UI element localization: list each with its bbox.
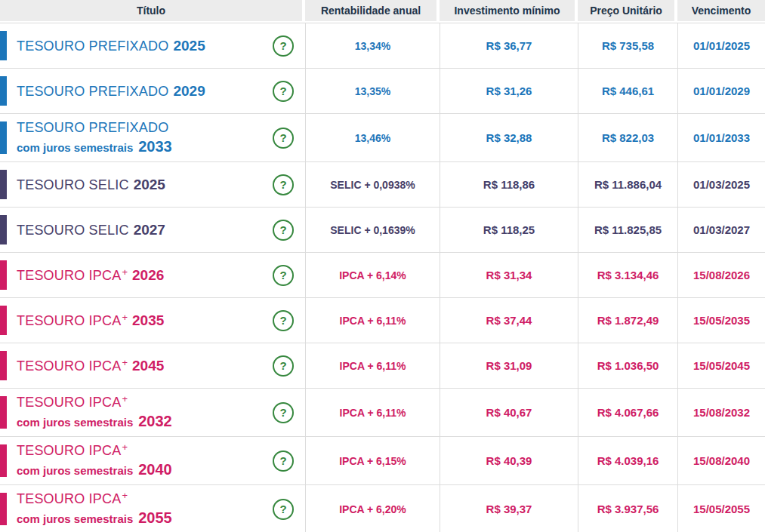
bond-title-line1: TESOURO SELIC2025 xyxy=(17,176,165,194)
bond-title-line1: TESOURO PREFIXADO xyxy=(17,119,172,137)
help-question-icon[interactable]: ? xyxy=(273,35,294,57)
bond-annual-rate: IPCA + 6,15% xyxy=(305,437,440,484)
help-question-icon[interactable]: ? xyxy=(273,81,294,102)
bond-title: TESOURO PREFIXADO2025 xyxy=(17,37,205,55)
bond-title-line1: TESOURO PREFIXADO2025 xyxy=(17,37,205,55)
col-header-titulo: Título xyxy=(0,0,305,21)
bond-min-investment: R$ 40,39 xyxy=(440,437,578,484)
help-question-icon[interactable]: ? xyxy=(273,220,294,241)
bond-name: TESOURO PREFIXADO xyxy=(17,120,168,135)
bond-annual-rate: SELIC + 0,0938% xyxy=(305,162,440,207)
bond-maturity-date: 01/03/2027 xyxy=(677,208,765,252)
bond-title-line1: TESOURO IPCA+ xyxy=(17,394,172,411)
bond-subtitle-text: com juros semestrais xyxy=(17,512,133,525)
help-question-icon[interactable]: ? xyxy=(273,451,294,472)
bond-name: TESOURO SELIC xyxy=(17,177,129,192)
bond-title-line1: TESOURO IPCA+ xyxy=(17,490,172,508)
bond-title: TESOURO PREFIXADO com juros semestrais20… xyxy=(17,119,172,156)
bond-subtitle-text: com juros semestrais xyxy=(17,464,133,477)
bond-maturity-date: 15/05/2045 xyxy=(677,343,765,388)
bond-maturity-date: 15/05/2055 xyxy=(677,485,765,532)
bond-color-bar xyxy=(0,493,7,525)
bond-min-investment: R$ 32,88 xyxy=(440,114,578,161)
bond-subtitle-year: 2040 xyxy=(138,461,172,478)
bond-title-line1: TESOURO IPCA+2026 xyxy=(17,266,164,284)
bond-year: 2027 xyxy=(134,222,165,238)
col-header-investimento-minimo: Investimento mínimo xyxy=(440,0,578,21)
bond-unit-price: R$ 822,03 xyxy=(578,114,677,161)
bond-annual-rate: IPCA + 6,11% xyxy=(305,343,440,388)
help-question-icon[interactable]: ? xyxy=(273,174,294,195)
bond-min-investment: R$ 37,44 xyxy=(440,298,578,343)
bond-annual-rate: 13,35% xyxy=(305,69,440,113)
bond-plus-superscript: + xyxy=(122,312,128,323)
bond-row[interactable]: TESOURO PREFIXADO2029 ? 13,35% R$ 31,26 … xyxy=(0,68,765,113)
bond-title-line2: com juros semestrais2033 xyxy=(17,137,172,156)
help-question-icon[interactable]: ? xyxy=(273,499,294,520)
help-question-icon[interactable]: ? xyxy=(273,310,294,331)
bond-row[interactable]: TESOURO IPCA+ com juros semestrais2040 ?… xyxy=(0,436,765,484)
bond-subtitle-year: 2055 xyxy=(138,509,172,526)
bond-unit-price: R$ 3.937,56 xyxy=(578,485,677,532)
bond-year: 2035 xyxy=(132,312,164,328)
bond-min-investment: R$ 39,37 xyxy=(440,485,578,532)
bond-title: TESOURO IPCA+2045 xyxy=(17,357,164,375)
bond-title-cell: TESOURO IPCA+2026 ? xyxy=(0,253,305,297)
bond-name: TESOURO IPCA xyxy=(17,491,121,506)
bond-name: TESOURO IPCA xyxy=(17,395,121,410)
bond-title-line2: com juros semestrais2032 xyxy=(17,412,172,431)
help-question-icon[interactable]: ? xyxy=(273,355,294,377)
bond-title-cell: TESOURO PREFIXADO com juros semestrais20… xyxy=(0,114,305,161)
bond-name: TESOURO PREFIXADO xyxy=(17,38,168,54)
bond-maturity-date: 01/01/2029 xyxy=(677,69,765,113)
bond-unit-price: R$ 11.825,85 xyxy=(578,208,677,252)
bond-min-investment: R$ 36,77 xyxy=(440,23,578,68)
bond-title-cell: TESOURO IPCA+ com juros semestrais2040 ? xyxy=(0,437,305,484)
bond-row[interactable]: TESOURO IPCA+ com juros semestrais2032 ?… xyxy=(0,388,765,436)
bond-plus-superscript: + xyxy=(122,357,128,368)
bond-min-investment: R$ 31,26 xyxy=(440,69,578,113)
bond-color-bar xyxy=(0,31,7,60)
bond-title: TESOURO PREFIXADO2029 xyxy=(17,82,205,100)
bond-name: TESOURO IPCA xyxy=(17,268,121,283)
bond-year: 2029 xyxy=(173,83,205,99)
bond-unit-price: R$ 3.134,46 xyxy=(578,253,677,297)
table-header: Título Rentabilidade anual Investimento … xyxy=(0,0,765,21)
bond-row[interactable]: TESOURO IPCA+ com juros semestrais2055 ?… xyxy=(0,484,765,532)
bond-year: 2025 xyxy=(134,177,165,192)
bond-maturity-date: 15/08/2040 xyxy=(677,437,765,484)
bond-year: 2026 xyxy=(132,267,164,283)
bond-title-cell: TESOURO IPCA+2035 ? xyxy=(0,298,305,343)
bond-row[interactable]: TESOURO SELIC2025 ? SELIC + 0,0938% R$ 1… xyxy=(0,161,765,207)
bond-title-line2: com juros semestrais2055 xyxy=(17,509,172,527)
bond-title: TESOURO SELIC2027 xyxy=(17,221,165,239)
help-question-icon[interactable]: ? xyxy=(273,402,294,423)
bond-row[interactable]: TESOURO PREFIXADO2025 ? 13,34% R$ 36,77 … xyxy=(0,23,765,68)
bond-row[interactable]: TESOURO IPCA+2035 ? IPCA + 6,11% R$ 37,4… xyxy=(0,297,765,343)
bond-maturity-date: 15/08/2032 xyxy=(677,389,765,436)
bond-maturity-date: 15/05/2035 xyxy=(677,298,765,343)
bond-title-cell: TESOURO PREFIXADO2025 ? xyxy=(0,23,305,68)
bond-row[interactable]: TESOURO SELIC2027 ? SELIC + 0,1639% R$ 1… xyxy=(0,207,765,252)
bond-plus-superscript: + xyxy=(122,393,128,404)
bond-color-bar xyxy=(0,121,7,154)
bond-maturity-date: 01/01/2025 xyxy=(677,23,765,68)
bond-plus-superscript: + xyxy=(122,441,128,453)
bond-maturity-date: 15/08/2026 xyxy=(677,253,765,297)
bond-annual-rate: IPCA + 6,20% xyxy=(305,485,440,532)
col-header-vencimento: Vencimento xyxy=(677,0,765,21)
bond-subtitle-text: com juros semestrais xyxy=(17,416,133,429)
bond-color-bar xyxy=(0,444,7,477)
bond-unit-price: R$ 11.886,04 xyxy=(578,162,677,207)
bond-subtitle-text: com juros semestrais xyxy=(17,141,133,154)
table-body: TESOURO PREFIXADO2025 ? 13,34% R$ 36,77 … xyxy=(0,23,765,532)
bond-annual-rate: IPCA + 6,11% xyxy=(305,298,440,343)
help-question-icon[interactable]: ? xyxy=(273,128,294,149)
bond-row[interactable]: TESOURO IPCA+2045 ? IPCA + 6,11% R$ 31,0… xyxy=(0,343,765,388)
help-question-icon[interactable]: ? xyxy=(273,265,294,286)
bond-row[interactable]: TESOURO IPCA+2026 ? IPCA + 6,14% R$ 31,3… xyxy=(0,252,765,297)
bond-min-investment: R$ 118,25 xyxy=(440,208,578,252)
bond-title-cell: TESOURO IPCA+2045 ? xyxy=(0,343,305,388)
bond-row[interactable]: TESOURO PREFIXADO com juros semestrais20… xyxy=(0,113,765,161)
bond-min-investment: R$ 118,86 xyxy=(440,162,578,207)
